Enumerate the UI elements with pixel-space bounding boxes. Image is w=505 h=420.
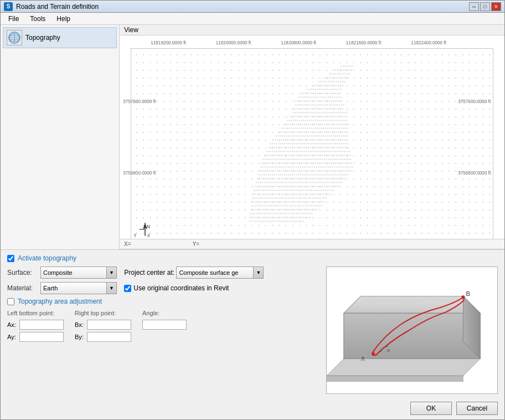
- viewport[interactable]: 11819200.0000 ft 11820000.0000 ft 118208…: [120, 35, 504, 249]
- material-select-arrow[interactable]: ▼: [107, 282, 117, 294]
- by-row: By:: [75, 332, 131, 342]
- surface-select-wrapper: Composite TIN Grid ▼: [40, 267, 117, 279]
- close-button[interactable]: ✕: [491, 2, 501, 11]
- axis-bar: X= Y=: [120, 239, 504, 249]
- angle-input[interactable]: [142, 320, 187, 330]
- project-center-label: Project center at:: [124, 269, 174, 276]
- terrain-preview: A B α: [326, 267, 498, 394]
- svg-text:X: X: [147, 233, 150, 239]
- sidebar-item-topography-label: Topography: [25, 34, 60, 42]
- viewport-svg: 11819200.0000 ft 11820000.0000 ft 118208…: [120, 35, 504, 249]
- main-window: S Roads and Terrain definition ─ □ ✕ Fil…: [0, 0, 505, 420]
- material-label: Material:: [7, 284, 40, 292]
- y-axis-label: Y=: [193, 241, 200, 247]
- svg-text:B: B: [466, 290, 471, 297]
- by-label: By:: [75, 334, 85, 340]
- project-center-select-wrapper: Composite surface ge Bounding box center…: [176, 267, 264, 279]
- svg-text:Y: Y: [134, 233, 137, 239]
- ay-input[interactable]: [19, 332, 64, 342]
- use-original-coords-checkbox[interactable]: [124, 285, 131, 292]
- project-center-select-arrow[interactable]: ▼: [254, 267, 264, 279]
- app-icon: S: [4, 2, 13, 11]
- activate-topography-row: Activate topography: [7, 254, 498, 262]
- bx-label: Bx:: [75, 321, 85, 328]
- right-panel: View 11819200.0000 ft 11820000.0000 ft 1…: [120, 25, 504, 249]
- menu-help[interactable]: Help: [51, 14, 76, 24]
- right-top-group: Right top point: Bx: By:: [75, 310, 131, 342]
- ay-row: Ay:: [7, 332, 64, 342]
- activate-topography-label[interactable]: Activate topography: [18, 254, 76, 262]
- svg-text:α: α: [387, 347, 390, 353]
- menu-bar: File Tools Help: [1, 13, 504, 25]
- ok-button[interactable]: OK: [410, 402, 452, 415]
- svg-marker-80: [327, 376, 463, 381]
- settings-row: Surface: Composite TIN Grid ▼ Project ce…: [7, 267, 498, 394]
- ay-label: Ay:: [7, 334, 17, 340]
- svg-text:11820000.0000 ft: 11820000.0000 ft: [216, 40, 251, 46]
- ax-input[interactable]: [19, 320, 64, 330]
- main-content: Topography View 11819200.0000 ft 1182000…: [1, 25, 504, 249]
- surface-select-arrow[interactable]: ▼: [107, 267, 117, 279]
- window-title: Roads and Terrain definition: [16, 3, 469, 11]
- svg-text:11822400.0000 ft: 11822400.0000 ft: [411, 40, 446, 46]
- by-input[interactable]: [87, 332, 131, 342]
- use-original-coords-row: Use original coordinates in Revit: [124, 284, 229, 292]
- left-bottom-group: Left bottom point: Ax: Ay:: [7, 310, 64, 342]
- coords-section: Left bottom point: Ax: Ay: Right top poi…: [7, 310, 315, 342]
- topo-adj-checkbox[interactable]: [7, 298, 14, 305]
- activate-topography-checkbox[interactable]: [7, 255, 14, 262]
- project-center-select[interactable]: Composite surface ge Bounding box center: [176, 267, 254, 279]
- svg-text:N: N: [147, 223, 150, 229]
- angle-title: Angle:: [142, 310, 187, 316]
- topo-adj-label[interactable]: Topography area adjustment: [18, 298, 102, 305]
- x-axis-label: X=: [124, 241, 131, 247]
- svg-point-76: [461, 295, 465, 299]
- bottom-panel: Activate topography Surface: Composite T…: [1, 249, 504, 398]
- svg-text:11819200.0000 ft: 11819200.0000 ft: [151, 40, 186, 46]
- menu-file[interactable]: File: [3, 14, 24, 24]
- title-bar: S Roads and Terrain definition ─ □ ✕: [1, 1, 504, 13]
- surface-select[interactable]: Composite TIN Grid: [40, 267, 107, 279]
- material-select[interactable]: Earth Concrete Asphalt: [40, 282, 107, 294]
- left-panel: Topography: [1, 25, 120, 249]
- bx-input[interactable]: [87, 320, 131, 330]
- cancel-button[interactable]: Cancel: [456, 402, 498, 415]
- material-select-wrapper: Earth Concrete Asphalt ▼: [40, 282, 117, 294]
- dialog-buttons: OK Cancel: [1, 398, 504, 419]
- surface-row: Surface: Composite TIN Grid ▼ Project ce…: [7, 267, 315, 279]
- use-original-coords-label[interactable]: Use original coordinates in Revit: [133, 284, 229, 292]
- ax-label: Ax:: [7, 321, 17, 328]
- svg-text:11821600.0000 ft: 11821600.0000 ft: [346, 40, 382, 46]
- svg-text:11820800.0000 ft: 11820800.0000 ft: [281, 40, 316, 46]
- left-settings: Surface: Composite TIN Grid ▼ Project ce…: [7, 267, 315, 342]
- topo-adj-row: Topography area adjustment: [7, 298, 315, 305]
- material-row: Material: Earth Concrete Asphalt ▼ Use o…: [7, 282, 315, 294]
- angle-group: Angle:: [142, 310, 187, 342]
- right-top-title: Right top point:: [75, 310, 131, 316]
- sidebar-item-topography[interactable]: Topography: [3, 27, 117, 48]
- minimize-button[interactable]: ─: [469, 2, 479, 11]
- surface-label: Surface:: [7, 269, 40, 276]
- svg-point-74: [372, 352, 375, 356]
- topography-icon: [7, 30, 22, 45]
- maximize-button[interactable]: □: [480, 2, 490, 11]
- window-controls: ─ □ ✕: [469, 2, 501, 11]
- svg-text:++++++++++++++++++++++++++++: ++++++++++++++++++++++++++++: [249, 219, 304, 223]
- terrain-svg: A B α: [327, 267, 497, 393]
- left-bottom-title: Left bottom point:: [7, 310, 64, 316]
- svg-marker-79: [327, 358, 480, 376]
- bx-row: Bx:: [75, 320, 131, 330]
- ax-row: Ax:: [7, 320, 64, 330]
- view-label: View: [120, 25, 504, 35]
- menu-tools[interactable]: Tools: [24, 14, 51, 24]
- svg-marker-71: [344, 313, 480, 358]
